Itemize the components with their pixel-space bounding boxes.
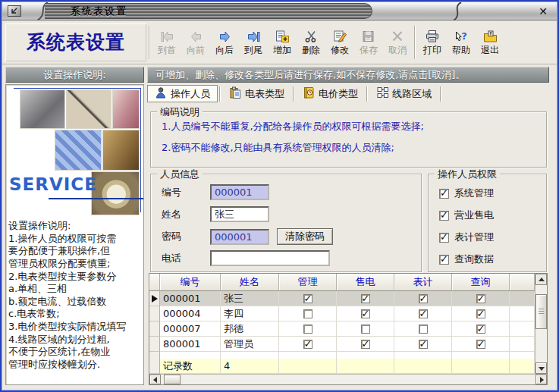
name-field[interactable] [210,206,269,222]
checkbox[interactable] [439,211,449,221]
toolbar-separator [414,26,416,59]
column-header[interactable]: 售电 [337,274,394,291]
checkbox[interactable] [303,325,312,334]
collage-image-hand [102,130,140,171]
close-button[interactable]: ✕ [536,5,550,17]
toolbar-button-help[interactable]: ? 帮助 [447,24,476,61]
phone-field[interactable] [210,250,330,266]
column-header[interactable]: 表计 [394,274,452,291]
checkbox[interactable] [476,325,485,334]
checkbox[interactable] [476,340,485,349]
save-icon [361,28,377,43]
table-row[interactable]: 000001 张三 [149,291,535,306]
checkbox[interactable] [303,340,312,349]
triangle-up-icon [539,278,545,281]
checkbox[interactable] [419,294,428,303]
service-text: SERVICE [9,174,97,194]
tab-price-types[interactable]: 电价类型 [296,85,365,102]
scroll-down-button[interactable] [535,362,547,374]
main-content: 编码说明 1.人员编号不能重复,分配给各操作员的权限可根据需要选择; 2.密码不… [147,105,549,385]
header-indicator-cell [149,274,160,291]
checkbox[interactable] [419,340,428,349]
toolbar-button-save[interactable]: 保存 [354,24,383,61]
checkbox[interactable] [419,309,428,318]
table-row[interactable]: 800001 管理员 [149,337,535,352]
table-row[interactable]: 000007 邦德 [149,321,535,337]
tab-line-areas[interactable]: 线路区域 [369,85,438,102]
field-row-id: 编号 [162,184,269,200]
close-icon: ✕ [539,5,548,17]
clipboard-icon [229,86,241,101]
coding-note-line1: 1.人员编号不能重复,分配给各操作员的权限可根据需要选择; [162,120,546,133]
checkbox[interactable] [361,294,370,303]
permission-query[interactable]: 查询数据 [439,252,494,266]
print-icon [425,28,441,43]
scroll-up-button[interactable] [535,274,547,285]
toolbar-button-cancel[interactable]: 取消 [383,24,412,61]
sidebar-instructions: 设置操作说明: 1.操作人员的权限可按需 要分配便于兼职操作,但 管理员权限分配… [6,218,143,372]
toolbar-button-last[interactable]: 到尾 [239,24,268,61]
tab-operators[interactable]: 操作人员 [147,85,218,102]
field-row-phone: 电话 [162,250,330,266]
collage-image-watch [91,171,140,215]
go-prev-icon [188,28,204,43]
permissions-group: 操作人员权限 系统管理 营业售电 表计管理 查询数据 [428,174,547,272]
column-header[interactable]: 管理 [279,274,337,291]
toolbar-button-print[interactable]: 打印 [418,24,447,61]
checkbox[interactable] [361,325,370,334]
collage-line-right [140,88,141,212]
toolbar-button-add[interactable]: 增加 [268,24,297,61]
checkbox[interactable] [476,294,485,303]
table-row[interactable]: 000004 李四 [149,306,535,321]
vertical-scroll-track[interactable] [535,285,547,362]
vertical-scroll-thumb[interactable] [535,294,547,329]
toolbar-button-edit[interactable]: 修改 [325,24,354,61]
checkbox[interactable] [303,309,312,318]
exit-icon [482,28,498,43]
triangle-left-icon [153,377,157,383]
collage-image-keyboard [55,130,102,171]
checkbox[interactable] [439,255,449,265]
table-empty-row [149,352,535,359]
toolbar-button-prev[interactable]: 向前 [181,24,210,61]
toolbar-separator [149,26,150,59]
notice-bar: 可增加、删除、修改各类型后请进行保存,如不保存修改,请点击[取消]。 [147,67,549,83]
permission-meter[interactable]: 表计管理 [439,230,494,244]
column-header[interactable]: 编号 [160,274,221,291]
tab-separator [219,86,221,102]
id-field[interactable] [210,184,269,200]
svg-text:?: ? [461,30,467,42]
horizontal-scroll-thumb[interactable] [164,375,181,384]
checkbox[interactable] [476,309,485,318]
sidebar: SERVICE 设置操作说明: 1.操作人员的权限可按需 要分配便于兼职操作,但… [5,84,144,385]
page-title: 系统表设置 [5,24,146,61]
vertical-scrollbar[interactable] [535,274,547,374]
toolbar-button-delete[interactable]: 删除 [297,24,325,61]
password-field[interactable] [210,229,269,245]
column-header[interactable]: 查询 [452,274,510,291]
field-row-name: 姓名 [162,206,269,222]
table-header-row: 编号 姓名 管理 售电 表计 查询 [149,274,535,291]
column-header[interactable]: 姓名 [221,274,279,291]
checkbox[interactable] [361,340,370,349]
go-first-icon [159,28,175,43]
clear-password-button[interactable]: 清除密码 [277,228,333,245]
checkbox[interactable] [361,309,370,318]
scroll-left-button[interactable] [149,375,161,384]
titlebar-curve-decoration-right [448,2,466,20]
toolbar-button-next[interactable]: 向后 [210,24,239,61]
toolbar-button-first[interactable]: 到首 [152,24,181,61]
permission-system[interactable]: 系统管理 [439,187,494,200]
operators-table: 编号 姓名 管理 售电 表计 查询 000001 张三 [149,273,548,385]
horizontal-scroll-track[interactable] [161,375,535,384]
checkbox[interactable] [439,233,449,243]
scroll-right-button[interactable] [535,375,547,384]
horizontal-scrollbar[interactable] [149,374,547,384]
tab-meter-types[interactable]: 电表类型 [222,85,291,102]
checkbox[interactable] [439,189,449,199]
toolbar-button-exit[interactable]: 退出 [476,24,504,61]
checkbox[interactable] [303,294,312,303]
checkbox[interactable] [419,325,428,334]
window-logo-icon[interactable] [8,5,21,17]
permission-sales[interactable]: 营业售电 [439,209,494,222]
